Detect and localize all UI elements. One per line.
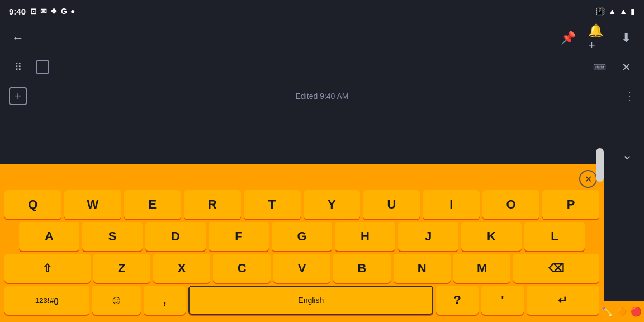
- key-j[interactable]: J: [398, 222, 458, 251]
- add-block-button[interactable]: +: [9, 87, 27, 105]
- key-r[interactable]: R: [184, 190, 241, 219]
- archive-button[interactable]: ⬇: [617, 29, 635, 47]
- signal-icon: ▲: [619, 7, 627, 16]
- keyboard-row-1: Q W E R T Y U I O P: [2, 190, 602, 219]
- gnews-icon: G: [61, 7, 67, 16]
- key-o[interactable]: O: [482, 190, 539, 219]
- content-area: + Edited 9:40 AM ⋮: [0, 80, 644, 112]
- backspace-key[interactable]: ⌫: [513, 254, 599, 283]
- keyboard-row-3: ⇧ Z X C V B N M ⌫: [2, 254, 602, 283]
- alert-add-button[interactable]: 🔔+: [588, 29, 606, 47]
- pin-button[interactable]: 📌: [559, 29, 577, 47]
- grid-icon[interactable]: ⠿: [9, 58, 27, 76]
- key-p[interactable]: P: [542, 190, 599, 219]
- question-key[interactable]: ?: [436, 286, 479, 315]
- bottom-icon-bar: ✏️ 🔶 🔴: [599, 301, 644, 322]
- apostrophe-key[interactable]: ': [481, 286, 524, 315]
- key-e[interactable]: E: [124, 190, 181, 219]
- key-s[interactable]: S: [82, 222, 143, 251]
- key-w[interactable]: W: [64, 190, 121, 219]
- keyboard: ✕ Q W E R T Y U I O P A S D F G H J K L …: [0, 164, 604, 322]
- sticker3-icon[interactable]: 🔴: [631, 306, 642, 317]
- key-q[interactable]: Q: [4, 190, 61, 219]
- keyboard-top-row: ✕: [2, 169, 602, 190]
- emoji-key[interactable]: ☺: [92, 286, 141, 315]
- symbols-key[interactable]: 123!#(): [4, 286, 89, 315]
- key-z[interactable]: Z: [93, 254, 150, 283]
- battery-icon: ▮: [631, 7, 635, 16]
- chevron-down-button[interactable]: ⌄: [622, 147, 633, 163]
- key-u[interactable]: U: [363, 190, 420, 219]
- toolbar-row: ⠿ ⌨ ✕: [0, 54, 644, 80]
- key-b[interactable]: B: [333, 254, 390, 283]
- app-bar: ← 📌 🔔+ ⬇: [0, 22, 644, 54]
- key-k[interactable]: K: [461, 222, 522, 251]
- key-t[interactable]: T: [244, 190, 301, 219]
- mail-icon: ✉: [40, 7, 47, 16]
- sticker1-icon[interactable]: ✏️: [602, 306, 613, 317]
- key-i[interactable]: I: [423, 190, 480, 219]
- shift-key[interactable]: ⇧: [4, 254, 91, 283]
- comma-key[interactable]: ,: [144, 286, 186, 315]
- key-h[interactable]: H: [335, 222, 395, 251]
- checkbox-icon[interactable]: [36, 60, 49, 74]
- space-key[interactable]: English: [188, 286, 433, 315]
- slack-icon: ❖: [50, 7, 58, 16]
- key-f[interactable]: F: [209, 222, 269, 251]
- sticker2-icon[interactable]: 🔶: [616, 306, 627, 317]
- photo-icon: ⊡: [30, 7, 37, 16]
- scroll-handle[interactable]: [596, 148, 604, 182]
- keyboard-toggle-icon[interactable]: ⌨: [590, 58, 608, 76]
- edit-status: Edited 9:40 AM: [296, 92, 349, 101]
- vibrate-icon: 📳: [595, 7, 605, 16]
- status-time: 9:40: [9, 7, 26, 16]
- key-m[interactable]: M: [453, 254, 510, 283]
- key-d[interactable]: D: [145, 222, 206, 251]
- enter-key[interactable]: ↵: [527, 286, 599, 315]
- key-y[interactable]: Y: [304, 190, 361, 219]
- key-x[interactable]: X: [153, 254, 210, 283]
- key-v[interactable]: V: [273, 254, 330, 283]
- dot-icon: ●: [70, 7, 75, 16]
- add-icon: +: [15, 90, 21, 103]
- key-g[interactable]: G: [272, 222, 332, 251]
- key-l[interactable]: L: [524, 222, 585, 251]
- keyboard-row-2: A S D F G H J K L: [2, 222, 602, 251]
- keyboard-close-button[interactable]: ✕: [579, 170, 597, 188]
- close-keyboard-button[interactable]: ✕: [617, 58, 635, 76]
- key-c[interactable]: C: [213, 254, 270, 283]
- status-bar: 9:40 ⊡ ✉ ❖ G ● 📳 ▲ ▲ ▮: [0, 0, 644, 22]
- keyboard-row-4: 123!#() ☺ , English ? ' ↵: [2, 286, 602, 315]
- wifi-icon: ▲: [608, 7, 616, 16]
- back-button[interactable]: ←: [9, 29, 27, 47]
- key-n[interactable]: N: [394, 254, 451, 283]
- more-options-button[interactable]: ⋮: [624, 89, 635, 103]
- key-a[interactable]: A: [19, 222, 79, 251]
